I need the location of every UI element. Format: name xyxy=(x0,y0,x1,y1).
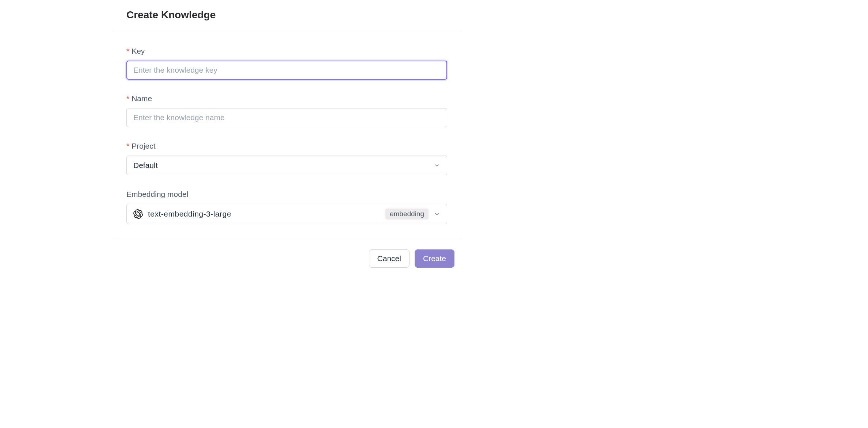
form-group-name: Name xyxy=(126,94,447,127)
key-label: Key xyxy=(126,47,447,56)
form-group-embedding: Embedding model text-embedding-3-large e… xyxy=(126,190,447,224)
page-title: Create Knowledge xyxy=(126,9,447,21)
embedding-model-name: text-embedding-3-large xyxy=(148,210,385,218)
openai-icon xyxy=(133,209,143,219)
key-input[interactable] xyxy=(126,61,447,80)
chevron-down-icon xyxy=(434,211,440,217)
form-body: Key Name Project Default Embedding model xyxy=(113,32,460,239)
embedding-tag: embedding xyxy=(385,209,429,219)
modal-header: Create Knowledge xyxy=(113,9,460,32)
form-group-project: Project Default xyxy=(126,142,447,175)
chevron-down-icon xyxy=(434,162,440,169)
name-input[interactable] xyxy=(126,108,447,127)
name-label: Name xyxy=(126,94,447,103)
form-group-key: Key xyxy=(126,47,447,80)
embedding-label: Embedding model xyxy=(126,190,447,199)
cancel-button[interactable]: Cancel xyxy=(369,249,410,268)
create-button[interactable]: Create xyxy=(415,249,454,268)
project-select[interactable]: Default xyxy=(126,156,447,175)
embedding-model-select[interactable]: text-embedding-3-large embedding xyxy=(126,204,447,224)
project-selected-value: Default xyxy=(133,161,434,170)
modal-footer: Cancel Create xyxy=(113,239,460,275)
project-label: Project xyxy=(126,142,447,150)
